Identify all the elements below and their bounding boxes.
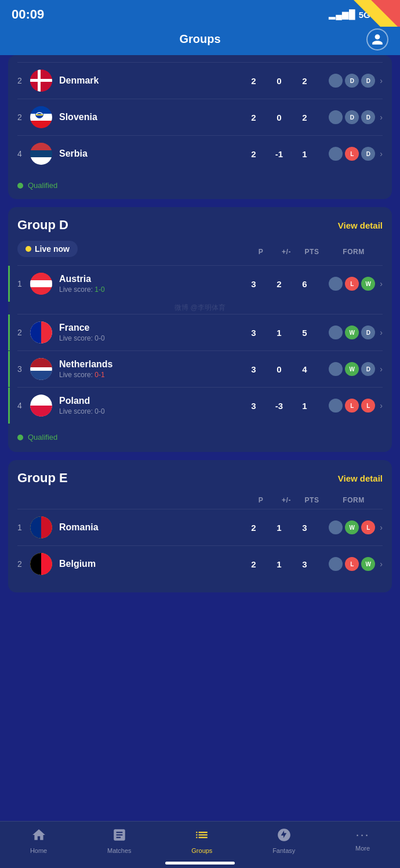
group-d-view-detail[interactable]: View detail <box>338 220 383 230</box>
form-circle-d1: D <box>345 110 359 124</box>
stat-pts: 3 <box>292 523 317 533</box>
stat-p: 3 <box>241 364 266 374</box>
nav-label-matches: Matches <box>107 847 132 854</box>
form-area: L W <box>317 557 375 571</box>
form-circle-w: W <box>361 277 375 291</box>
form-circle-gray <box>329 362 343 376</box>
form-circle-d1: D <box>345 74 359 88</box>
table-row[interactable]: 3 Netherlands Live score: 0-1 3 0 <box>17 350 383 387</box>
nav-label-groups: Groups <box>191 847 212 854</box>
nav-item-home[interactable]: Home <box>30 827 47 854</box>
form-circle-w: W <box>345 520 359 534</box>
table-row[interactable]: 4 Poland Live score: 0-0 3 -3 1 L <box>17 387 383 424</box>
team-rank: 2 <box>17 76 30 85</box>
team-info: Poland Live score: 0-0 <box>59 396 241 415</box>
table-row[interactable]: 2 Denmark 2 0 2 D D <box>17 62 383 99</box>
form-circle-d: D <box>361 147 375 161</box>
flag-serbia <box>30 143 52 165</box>
live-bar <box>8 314 10 350</box>
chevron-down-icon: › <box>380 328 383 337</box>
page-title: Groups <box>179 32 220 46</box>
stat-pts: 1 <box>292 149 317 159</box>
stat-plusminus: 0 <box>266 76 292 86</box>
form-circle-d: D <box>361 362 375 376</box>
table-row[interactable]: 1 Austria Live score: 1-0 3 2 6 L <box>17 265 383 302</box>
form-circle-w: W <box>345 362 359 376</box>
live-score: Live score: 0-0 <box>59 334 241 342</box>
stat-p: 2 <box>241 149 266 159</box>
form-circle-gray <box>329 74 343 88</box>
qualified-text: Qualified <box>28 181 57 190</box>
team-rank: 2 <box>17 113 30 122</box>
table-row[interactable]: 2 France Live score: 0-0 3 1 5 <box>17 314 383 350</box>
chevron-down-icon: › <box>380 364 383 374</box>
nav-item-fantasy[interactable]: Fantasy <box>272 827 295 854</box>
svg-rect-21 <box>30 363 52 367</box>
team-name: France <box>59 323 241 333</box>
live-bar <box>8 388 10 424</box>
group-c-card: 2 Denmark 2 0 2 D D <box>8 55 392 199</box>
table-row[interactable]: 4 Serbia 2 -1 1 L <box>17 135 383 172</box>
stat-p: 2 <box>241 559 266 569</box>
th-form: FORM <box>325 496 383 504</box>
team-info: France Live score: 0-0 <box>59 323 241 342</box>
qualified-text: Qualified <box>28 433 57 442</box>
svg-rect-10 <box>30 121 52 128</box>
group-d-card: Group D View detail Live now P +/- PTS F… <box>8 207 392 452</box>
qualified-dot <box>17 183 23 189</box>
stat-p: 2 <box>241 113 266 122</box>
group-e-view-detail[interactable]: View detail <box>338 473 383 483</box>
team-name: Austria <box>59 274 241 284</box>
form-area: W D <box>317 326 375 339</box>
form-area: L D <box>317 147 375 161</box>
form-circle-d2: D <box>361 110 375 124</box>
form-circle-l2: L <box>361 399 375 413</box>
nav-item-more[interactable]: ··· More <box>355 827 370 854</box>
svg-rect-12 <box>36 114 43 115</box>
team-rank: 3 <box>17 364 30 374</box>
table-row[interactable]: 2 Slovenia 2 0 2 <box>17 99 383 135</box>
group-e-title: Group E <box>17 471 68 486</box>
stat-plusminus: 0 <box>266 364 292 374</box>
th-plusminus: +/- <box>274 248 299 256</box>
chevron-down-icon: › <box>380 401 383 410</box>
flag-romania <box>30 516 52 538</box>
stat-pts: 5 <box>292 328 317 338</box>
form-area: L W <box>317 277 375 291</box>
nav-label-fantasy: Fantasy <box>272 847 295 854</box>
table-row[interactable]: 2 Belgium 2 1 3 L W <box>17 545 383 582</box>
form-circle-w: W <box>345 326 359 339</box>
live-score: Live score: 1-0 <box>59 285 241 294</box>
bottom-nav: Home Matches Groups Fantasy ··· More <box>0 821 400 868</box>
stat-p: 2 <box>241 76 266 86</box>
live-badge: Live now <box>17 241 78 257</box>
team-name: Slovenia <box>59 112 241 122</box>
nav-label-more: More <box>355 845 370 852</box>
nav-item-groups[interactable]: Groups <box>191 827 212 854</box>
team-rank: 4 <box>17 149 30 158</box>
team-rank: 1 <box>17 279 30 288</box>
stat-p: 3 <box>241 279 266 289</box>
form-circle-gray <box>329 326 343 339</box>
stat-plusminus: 0 <box>266 113 292 122</box>
flag-belgium <box>30 553 52 575</box>
matches-icon <box>112 827 127 845</box>
form-area: W L <box>317 520 375 534</box>
avatar-button[interactable] <box>366 28 388 50</box>
th-pts: PTS <box>299 496 325 504</box>
table-header: P +/- PTS FORM <box>17 494 383 507</box>
flag-denmark <box>30 70 52 92</box>
flag-france <box>30 321 52 343</box>
fantasy-icon <box>277 827 292 845</box>
form-circle-gray <box>329 277 343 291</box>
live-score: Live score: 0-0 <box>59 407 241 415</box>
table-row[interactable]: 1 Romania 2 1 3 W L <box>17 509 383 545</box>
status-bar: 00:09 ▂▄▆█ 5G 74 <box>0 0 400 27</box>
stat-p: 3 <box>241 328 266 338</box>
nav-item-matches[interactable]: Matches <box>107 827 132 854</box>
stat-pts: 6 <box>292 279 317 289</box>
team-name: Poland <box>59 396 241 406</box>
qualified-dot <box>17 435 23 440</box>
group-e-card: Group E View detail P +/- PTS FORM 1 <box>8 460 392 592</box>
team-info: Serbia <box>59 149 241 159</box>
